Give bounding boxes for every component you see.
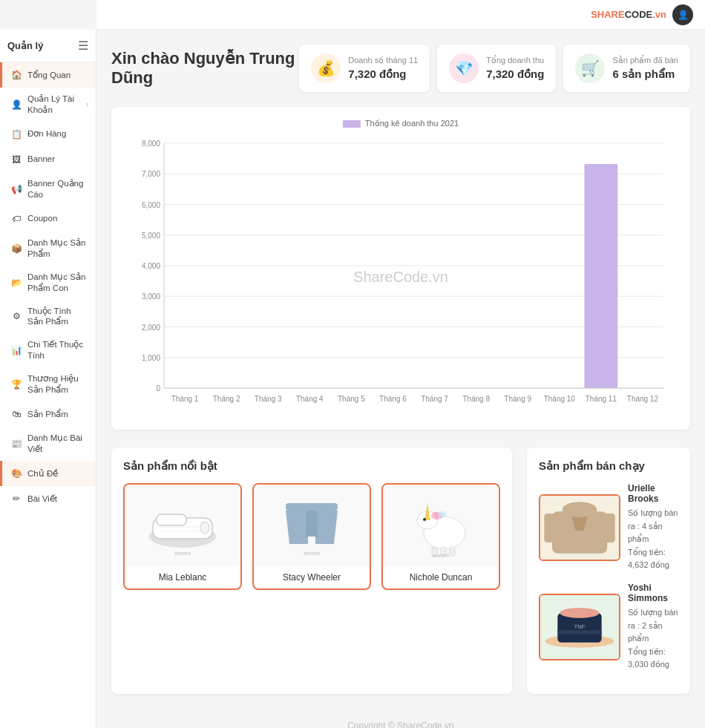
sidebar-icon-banner: 🖼 [10,153,23,166]
svg-text:1,000: 1,000 [142,354,160,362]
sidebar-item-chi-tiet-thuoc-tinh[interactable]: 📊 Chi Tiết Thuộc Tính [0,333,96,367]
svg-point-68 [560,608,600,618]
stat-cards: 💰 Doanh số tháng 11 7,320 đồng 💎 Tổng do… [299,45,690,92]
sidebar-label-banner: Banner [27,154,55,165]
svg-point-39 [200,522,209,534]
stat-card-doanh-so-thang-11: 💰 Doanh số tháng 11 7,320 đồng [299,45,430,92]
svg-rect-18 [584,164,617,388]
product-card-nichole-duncan[interactable]: unicorn Nichole Duncan [381,483,500,590]
stat-value-san-pham-da-ban: 6 sản phẩm [612,68,678,81]
chart-section: Thống kê doanh thu 2021 8,0007,0006,0005… [111,107,690,430]
bestseller-name-yoshi-simmons: Yoshi Simmons [628,583,678,603]
product-card-stacy-wheeler[interactable]: shorts Stacy Wheeler [252,483,371,590]
sidebar-item-danh-muc-san-pham[interactable]: 📦 Danh Mục Sản Phẩm [0,232,96,266]
sidebar-label-danh-muc-san-pham-con: Danh Mục Sản Phẩm Con [27,272,88,294]
bestseller-list: Urielle Brooks Số lượng bán ra : 4 sản p… [539,483,678,672]
stat-icon-tong-doanh-thu: 💎 [449,53,479,83]
sidebar-icon-chu-de: 🎨 [10,467,23,480]
sidebar-label-thuoc-tinh-san-pham: Thuộc Tính Sản Phẩm [27,306,88,328]
svg-rect-64 [601,514,615,542]
product-name-mia-leblanc: Mia Leblanc [125,566,240,588]
sidebar-icon-danh-muc-san-pham: 📦 [10,242,23,255]
svg-text:shorts: shorts [304,550,320,557]
sidebar-icon-thuong-hieu-san-pham: 🏆 [10,378,23,391]
svg-text:Tháng 6: Tháng 6 [379,395,407,403]
bestseller-products: Sản phẩm bán chạy Urielle Brooks Số lượn… [527,447,690,694]
product-name-nichole-duncan: Nichole Duncan [383,566,499,588]
menu-icon[interactable]: ☰ [78,39,88,53]
sidebar-label-coupon: Coupon [27,213,57,224]
product-name-stacy-wheeler: Stacy Wheeler [254,566,370,588]
sidebar-item-danh-muc-san-pham-con[interactable]: 📂 Danh Mục Sản Phẩm Con [0,266,96,300]
sidebar-label-chi-tiet-thuoc-tinh: Chi Tiết Thuộc Tính [27,339,88,361]
svg-text:Tháng 5: Tháng 5 [338,395,365,403]
sidebar-icon-banner-quang-cao: 📢 [10,183,23,196]
sidebar-item-thuoc-tinh-san-pham[interactable]: ⚙ Thuộc Tính Sản Phẩm [0,300,96,334]
sidebar-label-thuong-hieu-san-pham: Thương Hiệu Sản Phẩm [27,373,88,396]
sidebar-item-quan-ly-tai-khoan[interactable]: 👤 Quản Lý Tài Khoản › [0,88,96,122]
sidebar-label-danh-muc-bai-viet: Danh Mục Bài Viết [27,433,88,455]
featured-section-title: Sản phẩm nổi bật [123,459,500,473]
stat-card-tong-doanh-thu: 💎 Tổng doanh thu 7,320 đồng [437,45,556,92]
sidebar-label-bai-viet: Bài Viết [27,493,57,505]
greeting-title: Xin chào Nguyễn Trung Dũng [111,49,299,88]
svg-text:Tháng 12: Tháng 12 [627,395,659,403]
svg-text:8,000: 8,000 [142,140,160,148]
sidebar-title: Quản lý [7,40,43,51]
sidebar-icon-thuoc-tinh-san-pham: ⚙ [10,309,23,323]
sidebar-item-coupon[interactable]: 🏷 Coupon [0,206,96,232]
sidebar-item-tong-quan[interactable]: 🏠 Tổng Quan [0,62,96,88]
sidebar-item-bai-viet[interactable]: ✏ Bài Viết [0,486,96,511]
sidebar-label-don-hang: Đơn Hàng [27,128,66,140]
svg-text:6,000: 6,000 [142,201,160,209]
stat-label-san-pham-da-ban: Sản phẩm đã bán [612,56,678,65]
stat-label-doanh-so-thang-11: Doanh số tháng 11 [348,56,418,65]
bestseller-total-yoshi-simmons: Tổng tiền: 3,030 đồng [628,646,678,672]
sidebar-item-banner-quang-cao[interactable]: 📢 Banner Quảng Cáo [0,172,96,206]
greeting-section: Xin chào Nguyễn Trung Dũng 💰 Doanh số th… [111,45,690,92]
bestseller-img-yoshi-simmons: TNF [539,594,620,660]
sidebar-item-thuong-hieu-san-pham[interactable]: 🏆 Thương Hiệu Sản Phẩm [0,367,96,401]
sidebar-icon-danh-muc-bai-viet: 📰 [10,437,23,450]
svg-text:Tháng 7: Tháng 7 [421,395,448,403]
svg-text:Tháng 8: Tháng 8 [462,395,490,403]
svg-text:TNF: TNF [574,623,585,630]
svg-text:0: 0 [156,384,160,393]
sidebar-label-danh-muc-san-pham: Danh Mục Sản Phẩm [27,237,88,260]
featured-products: Sản phẩm nổi bật shoes Mia Leblanc short… [111,447,512,694]
sidebar-item-san-pham[interactable]: 🛍 Sản Phẩm [0,401,96,427]
svg-text:Tháng 1: Tháng 1 [171,395,199,403]
sidebar-icon-chi-tiet-thuoc-tinh: 📊 [10,344,23,357]
chart-legend-label: Thống kê doanh thu 2021 [365,119,459,128]
sidebar-item-don-hang[interactable]: 📋 Đơn Hàng [0,122,96,147]
stat-value-doanh-so-thang-11: 7,320 đồng [348,68,418,81]
sidebar-item-chu-de[interactable]: 🎨 Chủ Đề [0,461,96,486]
svg-marker-43 [286,511,308,544]
sidebar-item-banner[interactable]: 🖼 Banner [0,147,96,172]
stat-card-san-pham-da-ban: 🛒 Sản phẩm đã bán 6 sản phẩm [563,45,690,92]
product-grid: shoes Mia Leblanc shorts Stacy Wheeler u… [123,483,500,590]
chart-legend: Thống kê doanh thu 2021 [123,119,678,128]
svg-text:Tháng 2: Tháng 2 [213,395,240,403]
sidebar-item-danh-muc-bai-viet[interactable]: 📰 Danh Mục Bài Viết [0,427,96,461]
svg-marker-44 [315,511,338,544]
svg-text:4,000: 4,000 [142,262,160,270]
svg-rect-36 [157,514,186,525]
sidebar-icon-don-hang: 📋 [10,128,23,141]
sidebar-label-tong-quan: Tổng Quan [27,70,70,81]
sidebar-label-san-pham: Sản Phẩm [27,409,68,420]
svg-rect-57 [450,547,455,556]
product-card-mia-leblanc[interactable]: shoes Mia Leblanc [123,483,242,590]
svg-rect-63 [544,514,558,542]
svg-text:7,000: 7,000 [142,170,160,178]
svg-text:Tháng 10: Tháng 10 [544,395,576,403]
sidebar-label-quan-ly-tai-khoan: Quản Lý Tài Khoản [27,94,86,116]
stat-icon-san-pham-da-ban: 🛒 [575,53,605,83]
chart-container: 8,0007,0006,0005,0004,0003,0002,0001,000… [123,136,678,418]
sidebar: Quản lý ☰ 🏠 Tổng Quan 👤 Quản Lý Tài Khoả… [0,30,96,728]
stat-value-tong-doanh-thu: 7,320 đồng [486,68,544,81]
sidebar-label-banner-quang-cao: Banner Quảng Cáo [27,178,88,200]
sidebar-icon-coupon: 🏷 [10,212,23,226]
user-avatar: 👤 [672,4,693,25]
bestseller-sold-yoshi-simmons: Số lượng bán ra : 2 sản phẩm [628,606,678,646]
